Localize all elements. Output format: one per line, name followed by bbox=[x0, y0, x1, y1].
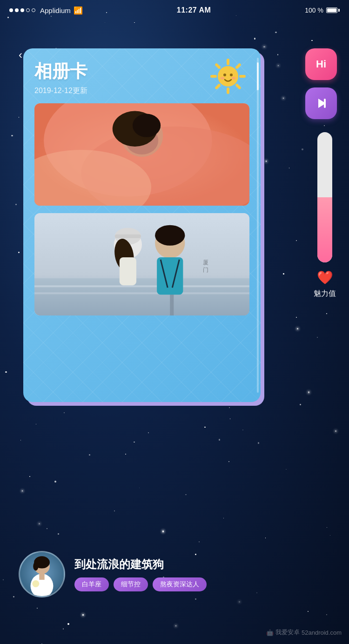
watermark-icon: 🤖 bbox=[266, 629, 274, 636]
user-info: 到处流浪的建筑狗 白羊座细节控熬夜资深达人 bbox=[74, 557, 330, 591]
sun-decoration bbox=[209, 58, 247, 95]
battery-body bbox=[326, 7, 337, 13]
svg-rect-5 bbox=[215, 83, 221, 90]
status-left: Applidium 📶 bbox=[9, 6, 83, 15]
user-tag: 细节控 bbox=[114, 577, 148, 591]
play-button[interactable] bbox=[305, 87, 337, 119]
svg-rect-4 bbox=[227, 87, 229, 94]
svg-text:门: 门 bbox=[203, 267, 208, 273]
svg-rect-46 bbox=[39, 573, 44, 580]
svg-text:厦: 厦 bbox=[203, 259, 208, 266]
svg-point-11 bbox=[220, 77, 225, 80]
hi-button[interactable]: Hi bbox=[305, 48, 337, 80]
charm-label: 魅力值 bbox=[314, 289, 336, 299]
photo-couple-art: 厦 门 bbox=[34, 213, 249, 315]
right-panel: Hi bbox=[302, 48, 340, 119]
wifi-icon: 📶 bbox=[74, 6, 83, 15]
user-name: 到处流浪的建筑狗 bbox=[74, 557, 330, 572]
meter-fill bbox=[317, 197, 332, 262]
watermark: 🤖 我爱安卓 52android.com bbox=[266, 628, 342, 637]
svg-point-9 bbox=[223, 74, 226, 76]
photo-1 bbox=[34, 103, 249, 206]
user-tag: 白羊座 bbox=[74, 577, 109, 591]
battery-tip bbox=[338, 9, 340, 12]
svg-point-8 bbox=[218, 66, 238, 87]
svg-rect-7 bbox=[215, 63, 221, 69]
svg-rect-1 bbox=[235, 63, 242, 69]
status-right: 100 % bbox=[305, 7, 340, 14]
user-tags: 白羊座细节控熬夜资深达人 bbox=[74, 577, 330, 591]
time-display: 11:27 AM bbox=[177, 6, 211, 14]
svg-point-44 bbox=[33, 562, 38, 571]
back-button[interactable]: ‹ bbox=[11, 46, 30, 64]
card-area: 相册卡 2019-12-12更新 bbox=[23, 48, 261, 402]
svg-point-32 bbox=[155, 225, 185, 246]
svg-rect-28 bbox=[115, 235, 141, 238]
carrier-label: Applidium bbox=[40, 7, 71, 14]
battery-fill bbox=[327, 8, 336, 12]
watermark-text: 我爱安卓 bbox=[275, 628, 300, 637]
svg-rect-3 bbox=[235, 83, 242, 90]
battery-icon bbox=[326, 7, 340, 13]
status-bar: Applidium 📶 11:27 AM 100 % bbox=[0, 0, 349, 20]
user-profile: 到处流浪的建筑狗 白羊座细节控熬夜资深达人 bbox=[0, 551, 349, 597]
svg-rect-39 bbox=[324, 99, 326, 108]
svg-rect-6 bbox=[210, 75, 217, 78]
charm-meter: ❤️ 魅力值 bbox=[314, 132, 336, 299]
svg-point-47 bbox=[32, 580, 39, 587]
dot-2 bbox=[15, 8, 19, 12]
svg-rect-2 bbox=[239, 75, 246, 78]
card-scrollbar[interactable] bbox=[257, 58, 259, 393]
user-avatar bbox=[19, 551, 65, 597]
svg-rect-0 bbox=[227, 59, 229, 65]
svg-point-10 bbox=[230, 74, 233, 76]
dot-4 bbox=[26, 8, 30, 12]
svg-rect-24 bbox=[34, 292, 249, 294]
svg-rect-22 bbox=[34, 278, 249, 315]
main-content: ‹ bbox=[0, 20, 349, 644]
svg-point-12 bbox=[231, 77, 236, 80]
photo-girl-art bbox=[34, 103, 249, 206]
svg-rect-30 bbox=[120, 257, 136, 285]
meter-track bbox=[317, 132, 332, 262]
battery-percent: 100 % bbox=[305, 7, 323, 14]
svg-point-20 bbox=[133, 114, 161, 137]
svg-rect-23 bbox=[34, 285, 249, 287]
user-tag: 熬夜资深达人 bbox=[153, 577, 207, 591]
charm-heart-icon: ❤️ bbox=[317, 270, 333, 285]
watermark-subtext: 52android.com bbox=[302, 629, 342, 636]
photo-2: 厦 门 bbox=[34, 213, 249, 315]
dot-1 bbox=[9, 8, 13, 12]
photo-card: 相册卡 2019-12-12更新 bbox=[23, 48, 261, 402]
dot-3 bbox=[20, 8, 24, 12]
card-scrollbar-thumb bbox=[257, 62, 259, 90]
signal-dots bbox=[9, 8, 35, 12]
dot-5 bbox=[32, 8, 35, 12]
